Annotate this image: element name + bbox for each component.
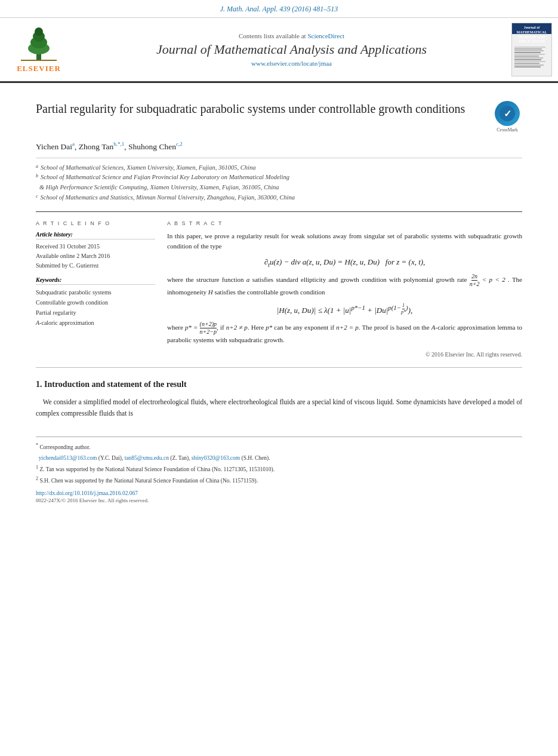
keyword-3: Partial regularity (36, 308, 155, 318)
received-date: Received 31 October 2015 (36, 242, 155, 251)
keyword-1: Subquadratic parabolic systems (36, 287, 155, 297)
footnote-corresponding: * Corresponding author. (36, 442, 522, 451)
affil-sup-b: b (36, 173, 38, 183)
abstract-text-1: In this paper, we prove a regularity res… (167, 231, 522, 251)
intro-paragraph: We consider a simplified model of electr… (36, 397, 522, 419)
crossmark-icon: ✓ (495, 101, 520, 126)
abstract-column: A B S T R A C T In this paper, we prove … (167, 220, 522, 358)
affil-line-2: b School of Mathematical Science and Fuj… (36, 173, 522, 183)
contents-prefix: Contents lists available at (239, 32, 306, 39)
author2-name: Zhong Tan (79, 142, 113, 151)
journal-center: Contents lists available at ScienceDirec… (78, 32, 505, 67)
abstract-text-2: where the structure function a satisfies… (167, 273, 522, 297)
affil-line-1: a School of Mathematical Sciences, Xiame… (36, 163, 522, 173)
email-link-3[interactable]: shiny0320@163.com (192, 455, 240, 461)
contents-line: Contents lists available at ScienceDirec… (78, 32, 505, 39)
main-content: Partial regularity for subquadratic para… (0, 83, 558, 515)
affil-text-4: School of Mathematics and Statistics, Mi… (41, 193, 295, 203)
article-info-column: A R T I C L E I N F O Article history: R… (36, 220, 155, 358)
affil-text-1: School of Mathematical Sciences, Xiamen … (41, 163, 255, 173)
authors-line: Yichen Daia, Zhong Tanb,*,1, Shuhong Che… (36, 141, 522, 152)
journal-cover-thumbnail: Journal ofMATHEMATICALANALYSIS ANDAPPLIC… (511, 23, 552, 76)
affiliations: a School of Mathematical Sciences, Xiame… (36, 158, 522, 203)
intro-section-title: 1. Introduction and statement of the res… (36, 380, 522, 389)
footnote-1: 1 Z. Tan was supported by the National N… (36, 464, 522, 474)
two-column-section: A R T I C L E I N F O Article history: R… (36, 211, 522, 358)
crossmark-widget[interactable]: ✓ CrossMark (492, 101, 522, 133)
affil-sup-b2 (36, 183, 37, 193)
keywords-label: Keywords: (36, 276, 155, 285)
author2-sup: b,*,1 (113, 141, 124, 147)
citation-text: J. Math. Anal. Appl. 439 (2016) 481–513 (220, 5, 338, 13)
affil-sup-c: c (36, 193, 38, 203)
keyword-2: Controllable growth condition (36, 297, 155, 308)
equation-2: |H(z, u, Du)| ≤ λ(1 + |u|p*−1 + |Du|p(1−… (167, 303, 522, 315)
fn-sup-star: * (36, 442, 38, 448)
affil-line-4: c School of Mathematics and Statistics, … (36, 193, 522, 203)
copyright-notice: © 2016 Elsevier Inc. All rights reserved… (167, 351, 522, 358)
paper-title: Partial regularity for subquadratic para… (36, 101, 486, 116)
issn-notice: 0022-247X/© 2016 Elsevier Inc. All right… (36, 497, 522, 503)
elsevier-tree-icon (15, 26, 63, 63)
footnote-2: 2 S.H. Chen was supported by the Nationa… (36, 475, 522, 485)
journal-title: Journal of Mathematical Analysis and App… (78, 42, 505, 57)
abstract-text-3: where p* = (n+2)pn+2−p, if n+2 ≠ p. Here… (167, 321, 522, 345)
elsevier-logo: ELSEVIER (6, 26, 72, 73)
affil-text-3: & High Performance Scientific Computing,… (39, 183, 279, 193)
affil-line-3: & High Performance Scientific Computing,… (36, 183, 522, 193)
paper-header: Partial regularity for subquadratic para… (36, 101, 522, 133)
history-label: Article history: (36, 231, 155, 239)
journal-url[interactable]: www.elsevier.com/locate/jmaa (78, 60, 505, 67)
elsevier-wordmark: ELSEVIER (17, 64, 61, 73)
top-citation: J. Math. Anal. Appl. 439 (2016) 481–513 (0, 0, 558, 18)
svg-rect-5 (21, 60, 57, 61)
affil-sup-a: a (36, 163, 38, 173)
email-link-2[interactable]: tan85@xmu.edu.cn (125, 455, 169, 461)
author3-name: Shuhong Chen (128, 142, 176, 151)
crossmark-label: CrossMark (497, 127, 518, 133)
abstract-label: A B S T R A C T (167, 220, 522, 226)
keyword-4: A-caloric approximation (36, 318, 155, 328)
email-link-1[interactable]: yichendai0513@163.com (39, 455, 97, 461)
footnote-emails: yichendai0513@163.com (Y.C. Dai), tan85@… (36, 454, 522, 462)
svg-text:✓: ✓ (504, 109, 511, 119)
author3-sup: c,2 (176, 141, 183, 147)
cover-image: Journal ofMATHEMATICALANALYSIS ANDAPPLIC… (511, 23, 552, 76)
paper-title-block: Partial regularity for subquadratic para… (36, 101, 486, 126)
section-divider (36, 367, 522, 368)
doi-link[interactable]: http://dx.doi.org/10.1016/j.jmaa.2016.02… (36, 490, 522, 496)
affil-text-2: School of Mathematical Science and Fujia… (41, 173, 289, 183)
fn-sup-1: 1 (36, 465, 38, 470)
introduction-section: 1. Introduction and statement of the res… (36, 380, 522, 419)
author1-sup: a (72, 141, 75, 147)
equation-1: ∂tu(z) − div a(z, u, Du) = H(z, u, Du) f… (167, 257, 522, 268)
sciencedirect-link[interactable]: ScienceDirect (307, 32, 344, 39)
svg-point-4 (35, 27, 43, 36)
available-date: Available online 2 March 2016 (36, 251, 155, 261)
author1-name: Yichen Dai (36, 142, 72, 151)
submitted-by: Submitted by C. Gutierrez (36, 261, 155, 271)
fn-sup-2: 2 (36, 476, 38, 481)
journal-header: ELSEVIER Contents lists available at Sci… (0, 18, 558, 83)
article-info-label: A R T I C L E I N F O (36, 220, 155, 226)
footer-notes: * Corresponding author. yichendai0513@16… (36, 437, 522, 503)
